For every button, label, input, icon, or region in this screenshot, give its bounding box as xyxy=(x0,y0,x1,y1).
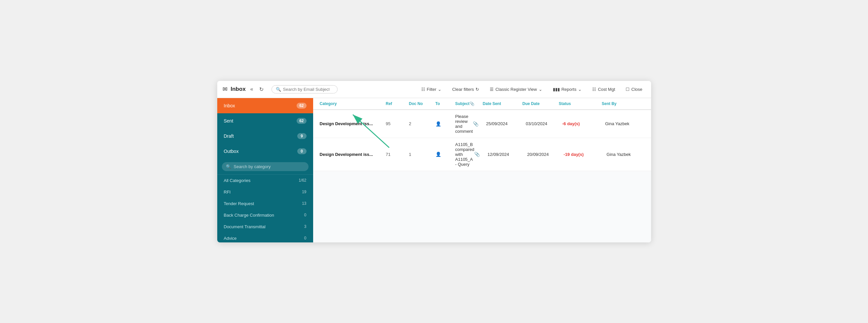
person-icon: 👤 xyxy=(435,121,441,127)
reports-button[interactable]: ▮▮▮ Reports ⌄ xyxy=(550,85,585,94)
inbox-icon: ✉ xyxy=(222,85,227,93)
category-back-charge[interactable]: Back Charge Confirmation 0 xyxy=(217,209,313,221)
category-search-inner: 🔍 xyxy=(222,162,309,171)
row1-due-date: 03/10/2024 xyxy=(526,121,562,126)
category-advice-label: Advice xyxy=(224,236,237,241)
row2-status: -19 day(s) xyxy=(563,152,607,157)
cost-mgt-label: Cost Mgt xyxy=(598,87,615,92)
category-doc-transmittal[interactable]: Document Transmittal 3 xyxy=(217,221,313,232)
filter-label: Filter xyxy=(427,87,436,92)
sidebar-item-sent[interactable]: Sent 62 xyxy=(217,113,313,129)
row2-date-sent: 12/09/2024 xyxy=(487,152,527,157)
list-icon: ☰ xyxy=(490,87,494,92)
category-advice[interactable]: Advice 0 xyxy=(217,232,313,242)
row2-category: Design Development iss... xyxy=(320,152,386,157)
classic-view-chevron-icon: ⌄ xyxy=(539,87,542,92)
row1-status: -6 day(s) xyxy=(562,121,605,126)
filter-icon: ☷ xyxy=(421,87,425,92)
category-tender-count: 13 xyxy=(302,201,306,206)
category-back-charge-label: Back Charge Confirmation xyxy=(224,213,274,218)
header-status[interactable]: Status xyxy=(559,101,602,106)
close-label: Close xyxy=(631,87,642,92)
draft-nav-label: Draft xyxy=(224,134,234,139)
refresh-icon: ↻ xyxy=(475,87,479,92)
row2-due-date: 20/09/2024 xyxy=(527,152,563,157)
inbox-badge: 62 xyxy=(297,103,306,109)
category-search-input[interactable] xyxy=(234,164,305,169)
category-rfi[interactable]: RFI 19 xyxy=(217,186,313,198)
email-search-input[interactable] xyxy=(283,87,329,92)
sidebar: Inbox 62 Sent 62 Draft 9 Outbox 0 🔍 xyxy=(217,98,313,242)
header-to[interactable]: To xyxy=(435,101,455,106)
row2-sent-by: Gina Yazbek xyxy=(607,152,649,157)
row2-doc-no: 1 xyxy=(409,152,435,157)
header-category[interactable]: Category xyxy=(320,101,386,106)
sidebar-item-outbox[interactable]: Outbox 0 xyxy=(217,144,313,159)
category-all[interactable]: All Categories 1/62 xyxy=(217,175,313,186)
table-row[interactable]: Design Development iss... 71 1 👤 A1105_B… xyxy=(313,138,651,171)
header-due-date[interactable]: Due Date xyxy=(523,101,559,106)
refresh-button[interactable]: ↻ xyxy=(258,85,265,94)
category-tender-label: Tender Request xyxy=(224,201,254,206)
classic-view-button[interactable]: ☰ Classic Register View ⌄ xyxy=(487,85,545,94)
row1-date-sent: 25/09/2024 xyxy=(486,121,526,126)
row1-attachment: 📎 xyxy=(473,121,486,127)
category-doc-transmittal-count: 3 xyxy=(304,224,307,229)
attachment-icon: 📎 xyxy=(474,152,480,157)
main-layout: Inbox 62 Sent 62 Draft 9 Outbox 0 🔍 xyxy=(217,98,651,242)
category-rfi-label: RFI xyxy=(224,189,231,194)
category-search-area: 🔍 xyxy=(217,159,313,175)
table-body: Design Development iss... 95 2 👤 Please … xyxy=(313,110,651,171)
row1-ref: 95 xyxy=(386,121,409,126)
category-all-count: 1/62 xyxy=(299,178,306,183)
inbox-nav-label: Inbox xyxy=(224,103,235,108)
category-advice-count: 0 xyxy=(304,236,307,241)
category-tender-request[interactable]: Tender Request 13 xyxy=(217,198,313,209)
table-icon: ☷ xyxy=(592,87,596,92)
attachment-icon: 📎 xyxy=(473,121,478,127)
header-doc-no[interactable]: Doc No xyxy=(409,101,435,106)
search-icon: 🔍 xyxy=(276,87,281,92)
cost-mgt-button[interactable]: ☷ Cost Mgt xyxy=(589,85,618,94)
app-window: ✉ Inbox « ↻ 🔍 ☷ Filter ⌄ Clear filters ↻… xyxy=(217,81,651,242)
toolbar-left: ✉ Inbox « ↻ xyxy=(222,85,265,94)
sent-nav-label: Sent xyxy=(224,118,234,123)
app-title: Inbox xyxy=(231,86,246,93)
header-ref[interactable]: Ref xyxy=(386,101,409,106)
row1-to: 👤 xyxy=(435,121,455,127)
person-icon: 👤 xyxy=(435,152,441,157)
clear-filters-label: Clear filters xyxy=(452,87,474,92)
category-all-label: All Categories xyxy=(224,178,251,183)
table-header: Category Ref Doc No To Subject 📎 Date Se… xyxy=(313,98,651,110)
back-button[interactable]: « xyxy=(249,85,255,94)
row1-category: Design Development iss... xyxy=(320,121,386,126)
clear-filters-button[interactable]: Clear filters ↻ xyxy=(449,85,483,94)
header-date-sent[interactable]: Date Sent xyxy=(483,101,523,106)
close-button[interactable]: ☐ Close xyxy=(622,85,646,94)
classic-view-label: Classic Register View xyxy=(495,87,537,92)
email-search-box: 🔍 xyxy=(272,85,338,94)
draft-badge: 9 xyxy=(297,133,307,139)
row1-subject: Please review and comment xyxy=(455,114,473,134)
category-doc-transmittal-label: Document Transmittal xyxy=(224,224,266,229)
outbox-nav-label: Outbox xyxy=(224,149,239,154)
row2-subject: A1105_B compared with A1105_A - Query xyxy=(455,142,474,167)
table-row[interactable]: Design Development iss... 95 2 👤 Please … xyxy=(313,110,651,138)
category-back-charge-count: 0 xyxy=(304,213,307,217)
sidebar-item-inbox[interactable]: Inbox 62 xyxy=(217,98,313,113)
toolbar: ✉ Inbox « ↻ 🔍 ☷ Filter ⌄ Clear filters ↻… xyxy=(217,81,651,98)
row1-sent-by: Gina Yazbek xyxy=(605,121,648,126)
sidebar-item-draft[interactable]: Draft 9 xyxy=(217,129,313,144)
row2-attachment: 📎 xyxy=(474,152,487,157)
header-attachment: 📎 xyxy=(469,101,483,106)
content-area: Category Ref Doc No To Subject 📎 Date Se… xyxy=(313,98,651,242)
category-search-icon: 🔍 xyxy=(226,164,231,169)
category-rfi-count: 19 xyxy=(302,189,306,194)
reports-chevron-icon: ⌄ xyxy=(578,87,582,92)
filter-button[interactable]: ☷ Filter ⌄ xyxy=(418,85,445,94)
row2-to: 👤 xyxy=(435,152,455,157)
header-subject[interactable]: Subject xyxy=(455,101,469,106)
header-sent-by[interactable]: Sent By xyxy=(602,101,645,106)
filter-chevron-icon: ⌄ xyxy=(438,87,441,92)
category-list: All Categories 1/62 RFI 19 Tender Reques… xyxy=(217,175,313,242)
